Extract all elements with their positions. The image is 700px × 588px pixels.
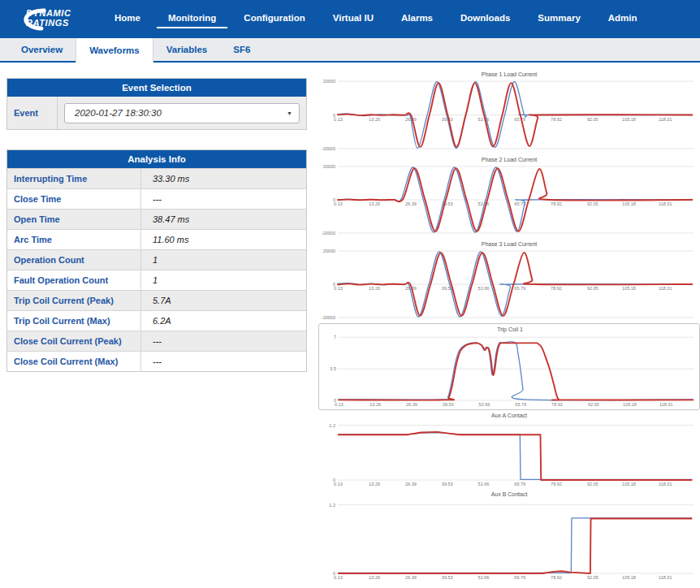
x-axis-label: 65.79 [514, 117, 525, 122]
chart-aux-b-contact[interactable]: Aux B Contact1.200.1313.2626.3939.5352.6… [318, 489, 700, 582]
tab-sf6[interactable]: SF6 [220, 38, 263, 61]
nav-item-home[interactable]: Home [103, 10, 152, 28]
x-axis-label: 39.53 [442, 482, 453, 486]
analysis-row-label: Arc Time [7, 230, 141, 249]
x-axis-label: 78.92 [551, 117, 562, 122]
analysis-row-label: Interrupting Time [7, 169, 141, 188]
x-axis-label: 13.26 [369, 575, 380, 580]
analysis-row-trip-coil-current-max: Trip Coil Current (Max)6.2A [7, 310, 306, 331]
x-axis-label: 52.66 [478, 117, 490, 122]
x-axis-label: 118.31 [659, 402, 672, 407]
x-axis-label: 105.18 [622, 117, 636, 122]
chart-title: Phase 3 Load Current [482, 241, 538, 247]
chart-aux-a-contact[interactable]: Aux A Contact1.200.1313.2626.3939.5352.6… [318, 410, 700, 489]
x-axis-label: 118.31 [659, 482, 672, 486]
tab-waveforms[interactable]: Waveforms [76, 38, 153, 63]
logo-text: DYNAMIC RATINGS [26, 8, 71, 28]
nav-items: HomeMonitoringConfigurationVirtual IUAla… [101, 0, 651, 38]
analysis-row-value: 1 [141, 275, 306, 285]
charts-column: Phase 1 Load Current200000-200000.1313.2… [318, 69, 700, 582]
chart-svg-phase-1-load-current: Phase 1 Load Current200000-200000.1313.2… [318, 69, 700, 154]
x-axis-label: 13.26 [369, 402, 381, 407]
analysis-row-fault-operation-count: Fault Operation Count1 [7, 270, 306, 290]
x-axis-label: 26.39 [405, 482, 417, 486]
chart-svg-phase-2-load-current: Phase 2 Load Current200000-200000.1313.2… [318, 154, 700, 239]
left-column: Event Selection Event 2020-01-27 18:30:3… [6, 78, 307, 391]
analysis-info-panel: Analysis Info Interrupting Time33.30 msC… [6, 149, 307, 372]
chart-svg-aux-a-contact: Aux A Contact1.200.1313.2626.3939.5352.6… [318, 410, 700, 489]
tab-variables[interactable]: Variables [153, 38, 221, 61]
y-axis-label: 1.2 [329, 423, 335, 428]
x-axis-label: 26.39 [405, 201, 417, 206]
x-axis-label: 0.13 [334, 117, 343, 122]
x-axis-label: 13.26 [369, 117, 380, 122]
chart-trip-coil-1[interactable]: Trip Coil 173.500.1313.2626.3939.5352.66… [318, 323, 700, 410]
analysis-row-operation-count: Operation Count1 [7, 249, 306, 270]
analysis-row-label: Trip Coil Current (Peak) [7, 291, 141, 310]
series-red [339, 343, 693, 400]
nav-item-monitoring[interactable]: Monitoring [157, 10, 227, 28]
chart-svg-aux-b-contact: Aux B Contact1.200.1313.2626.3939.5352.6… [318, 489, 700, 582]
event-label: Event [7, 97, 58, 129]
analysis-row-label: Operation Count [7, 250, 141, 270]
y-axis-label: 20000 [323, 79, 335, 84]
x-axis-label: 92.05 [587, 575, 598, 580]
analysis-row-interrupting-time: Interrupting Time33.30 ms [7, 168, 306, 188]
chart-phase-2-load-current[interactable]: Phase 2 Load Current200000-200000.1313.2… [318, 154, 700, 239]
series-blue [338, 433, 692, 480]
y-axis-label: 20000 [323, 249, 335, 253]
event-select[interactable]: 2020-01-27 18:30:30 ▼ [64, 103, 300, 123]
chart-title: Trip Coil 1 [497, 326, 523, 333]
chart-title: Aux B Contact [491, 491, 528, 497]
x-axis-label: 0.13 [334, 482, 343, 486]
x-axis-label: 105.18 [622, 482, 636, 486]
chart-title: Phase 2 Load Current [482, 157, 538, 162]
nav-item-downloads[interactable]: Downloads [449, 10, 521, 28]
x-axis-label: 39.53 [442, 575, 453, 580]
y-axis-label: 3.5 [330, 366, 336, 371]
analysis-row-arc-time: Arc Time11.60 ms [7, 229, 306, 249]
x-axis-label: 13.26 [369, 201, 380, 206]
nav-item-admin[interactable]: Admin [597, 10, 649, 28]
analysis-row-label: Close Coil Current (Peak) [7, 331, 141, 351]
x-axis-label: 52.66 [478, 286, 490, 291]
x-axis-label: 26.39 [406, 402, 417, 407]
top-navbar: DYNAMIC RATINGS HomeMonitoringConfigurat… [0, 0, 700, 38]
x-axis-label: 78.92 [551, 402, 563, 407]
chart-title: Aux A Contact [491, 413, 527, 418]
x-axis-label: 118.31 [659, 286, 672, 291]
nav-item-configuration[interactable]: Configuration [232, 10, 316, 28]
chart-title: Phase 1 Load Current [482, 71, 538, 77]
tab-overview[interactable]: Overview [8, 38, 76, 61]
chart-svg-trip-coil-1: Trip Coil 173.500.1313.2626.3939.5352.66… [319, 324, 700, 409]
nav-item-virtual-iu[interactable]: Virtual IU [322, 10, 385, 28]
analysis-row-value: --- [141, 336, 306, 346]
x-axis-label: 13.26 [369, 286, 380, 291]
event-select-value: 2020-01-27 18:30:30 [75, 108, 287, 118]
y-axis-label: -20000 [322, 315, 335, 320]
x-axis-label: 52.66 [478, 575, 490, 580]
x-axis-label: 65.79 [515, 402, 526, 407]
chart-phase-1-load-current[interactable]: Phase 1 Load Current200000-200000.1313.2… [318, 69, 700, 154]
analysis-row-value: --- [141, 194, 306, 204]
x-axis-label: 0.13 [334, 286, 343, 291]
analysis-row-label: Trip Coil Current (Max) [7, 311, 141, 331]
analysis-row-label: Close Coil Current (Max) [7, 352, 141, 371]
x-axis-label: 0.13 [334, 575, 343, 580]
nav-item-alarms[interactable]: Alarms [390, 10, 444, 28]
analysis-row-label: Close Time [7, 189, 141, 209]
x-axis-label: 65.79 [514, 575, 525, 580]
y-axis-label: 20000 [323, 164, 335, 169]
nav-item-summary[interactable]: Summary [526, 10, 591, 28]
y-axis-label: -20000 [322, 146, 335, 151]
x-axis-label: 78.92 [551, 286, 562, 291]
chart-phase-3-load-current[interactable]: Phase 3 Load Current200000-200000.1313.2… [318, 239, 700, 323]
dynamic-ratings-logo[interactable]: DYNAMIC RATINGS [8, 6, 86, 33]
x-axis-label: 26.39 [405, 575, 417, 580]
sub-tabstrip: OverviewWaveformsVariablesSF6 [0, 38, 700, 63]
analysis-row-open-time: Open Time38.47 ms [7, 209, 306, 229]
analysis-row-trip-coil-current-peak: Trip Coil Current (Peak)5.7A [7, 290, 306, 310]
x-axis-label: 13.26 [369, 482, 380, 486]
x-axis-label: 105.18 [622, 286, 636, 291]
x-axis-label: 92.05 [587, 201, 598, 206]
